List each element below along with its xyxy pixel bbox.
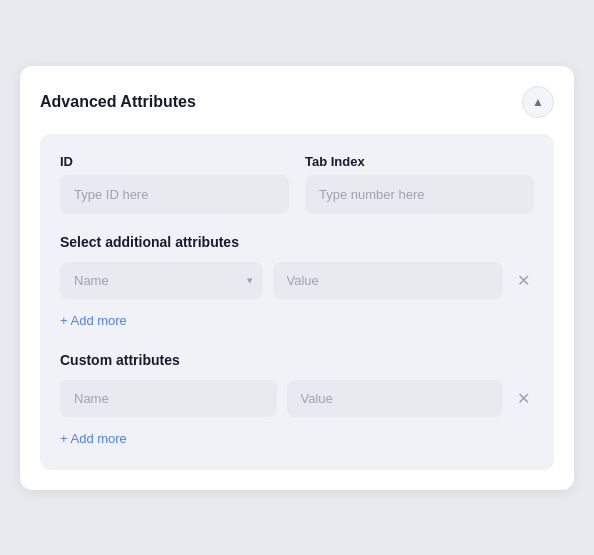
inner-content-card: ID Tab Index Select additional attribute… — [40, 134, 554, 470]
custom-add-more-button[interactable]: + Add more — [60, 427, 127, 450]
tab-index-input[interactable] — [305, 175, 534, 214]
id-tabindex-row: ID Tab Index — [60, 154, 534, 214]
advanced-attributes-card: Advanced Attributes ▲ ID Tab Index Selec… — [20, 66, 574, 490]
tab-index-label: Tab Index — [305, 154, 534, 169]
select-value-input[interactable] — [273, 262, 504, 299]
select-row-remove-button[interactable]: ✕ — [513, 267, 534, 294]
select-name-dropdown[interactable]: Name — [60, 262, 263, 299]
custom-name-input[interactable] — [60, 380, 277, 417]
card-title: Advanced Attributes — [40, 93, 196, 111]
custom-row-remove-button[interactable]: ✕ — [513, 385, 534, 412]
custom-attributes-label: Custom attributes — [60, 352, 534, 368]
collapse-button[interactable]: ▲ — [522, 86, 554, 118]
chevron-up-icon: ▲ — [532, 95, 544, 109]
select-additional-label: Select additional attributes — [60, 234, 534, 250]
id-input[interactable] — [60, 175, 289, 214]
select-add-more-button[interactable]: + Add more — [60, 309, 127, 332]
select-name-wrapper: Name ▾ — [60, 262, 263, 299]
custom-attribute-row: ✕ — [60, 380, 534, 417]
card-header: Advanced Attributes ▲ — [40, 86, 554, 118]
tab-index-field-group: Tab Index — [305, 154, 534, 214]
id-label: ID — [60, 154, 289, 169]
custom-attributes-section: Custom attributes ✕ + Add more — [60, 352, 534, 450]
select-additional-section: Select additional attributes Name ▾ ✕ + … — [60, 234, 534, 332]
select-add-more-label: + Add more — [60, 313, 127, 328]
custom-value-input[interactable] — [287, 380, 504, 417]
custom-add-more-label: + Add more — [60, 431, 127, 446]
id-field-group: ID — [60, 154, 289, 214]
select-additional-attribute-row: Name ▾ ✕ — [60, 262, 534, 299]
